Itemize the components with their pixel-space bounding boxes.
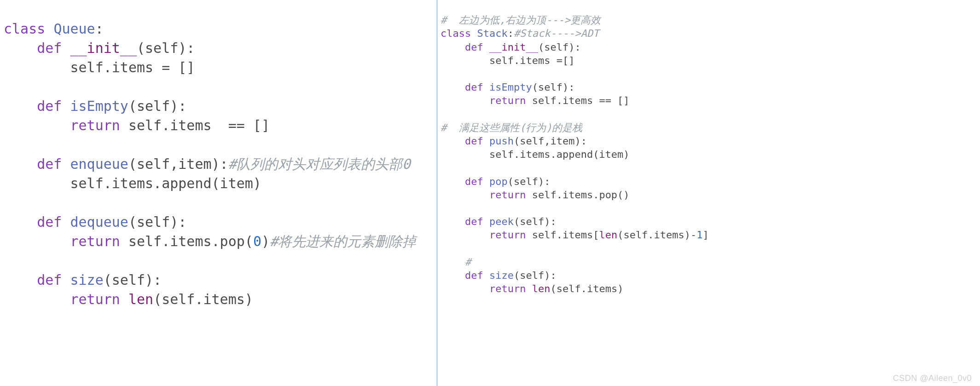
- code-token: class: [441, 28, 477, 39]
- code-token: return: [4, 233, 128, 249]
- code-token: self.items =[]: [441, 55, 574, 66]
- right-code-pane: # 左边为低,右边为顶--->更高效 class Stack:#Stack---…: [436, 0, 980, 386]
- code-token: Stack: [477, 28, 507, 39]
- code-token: self.items = []: [4, 59, 195, 75]
- code-token: def: [4, 98, 70, 114]
- code-token: len: [599, 229, 617, 241]
- code-token: __init__: [489, 41, 538, 53]
- code-token: def: [4, 214, 70, 230]
- watermark: CSDN @Aileen_0v0: [893, 374, 972, 383]
- code-token: (self,item):: [514, 135, 587, 147]
- code-token: def: [441, 216, 489, 227]
- code-token: (self):: [538, 41, 581, 53]
- code-token: Queue: [53, 21, 95, 37]
- code-token: dequeue: [70, 214, 128, 230]
- code-token: self.items == []: [532, 95, 630, 106]
- code-token: (self):: [508, 176, 551, 187]
- code-token: __init__: [70, 40, 137, 56]
- code-token: (self):: [514, 216, 557, 227]
- code-token: (self,item):: [128, 156, 228, 172]
- code-token: (self.items): [550, 283, 623, 294]
- code-token: def: [441, 41, 489, 53]
- code-token: 1: [696, 229, 702, 241]
- code-token: size: [489, 270, 514, 281]
- code-token: ]: [703, 229, 709, 241]
- code-token: self.items.pop(: [128, 233, 253, 249]
- code-token: (self.items): [153, 291, 253, 307]
- code-token: ): [261, 233, 270, 249]
- code-token: return: [441, 229, 532, 241]
- code-token: return: [4, 291, 128, 307]
- code-token: self.items.append(item): [4, 175, 261, 191]
- code-token: self.items == []: [128, 117, 270, 133]
- code-token: # 满足这些属性(行为)的是栈: [441, 122, 582, 133]
- code-token: enqueue: [70, 156, 128, 172]
- code-token: return: [441, 95, 532, 106]
- code-token: def: [441, 81, 489, 93]
- code-token: # 左边为低,右边为顶--->更高效: [441, 14, 601, 26]
- code-token: push: [489, 135, 514, 147]
- code-token: def: [4, 40, 70, 56]
- code-token: def: [4, 156, 70, 172]
- code-token: self.items[: [532, 229, 599, 241]
- code-token: return: [441, 283, 532, 294]
- code-token: (self):: [137, 40, 195, 56]
- code-token: def: [441, 135, 489, 147]
- left-code-pane: class Queue: def __init__(self): self.it…: [0, 0, 436, 386]
- code-token: #: [441, 256, 471, 268]
- code-token: #队列的对头对应列表的头部0: [228, 156, 411, 172]
- code-token: return: [4, 117, 128, 133]
- code-token: peek: [489, 216, 514, 227]
- code-token: #将先进来的元素删除掉: [270, 233, 416, 249]
- code-token: self.items.pop(): [532, 189, 630, 201]
- code-token: return: [441, 189, 532, 201]
- code-token: len: [128, 291, 153, 307]
- code-token: isEmpty: [489, 81, 532, 93]
- code-token: (self.items)-: [617, 229, 696, 241]
- code-token: pop: [489, 176, 508, 187]
- code-token: :: [95, 21, 104, 37]
- code-token: (self):: [532, 81, 575, 93]
- code-token: def: [441, 176, 489, 187]
- code-token: def: [441, 270, 489, 281]
- code-token: class: [4, 21, 53, 37]
- code-token: len: [532, 283, 551, 294]
- code-token: (self):: [128, 214, 186, 230]
- code-token: 0: [253, 233, 261, 249]
- code-token: #Stack---->ADT: [514, 28, 599, 39]
- code-token: def: [4, 272, 70, 288]
- code-token: (self):: [514, 270, 557, 281]
- code-token: size: [70, 272, 104, 288]
- code-token: self.items.append(item): [441, 149, 630, 160]
- code-token: (self):: [128, 98, 186, 114]
- code-token: isEmpty: [70, 98, 128, 114]
- code-token: :: [508, 28, 514, 39]
- code-token: (self):: [104, 272, 162, 288]
